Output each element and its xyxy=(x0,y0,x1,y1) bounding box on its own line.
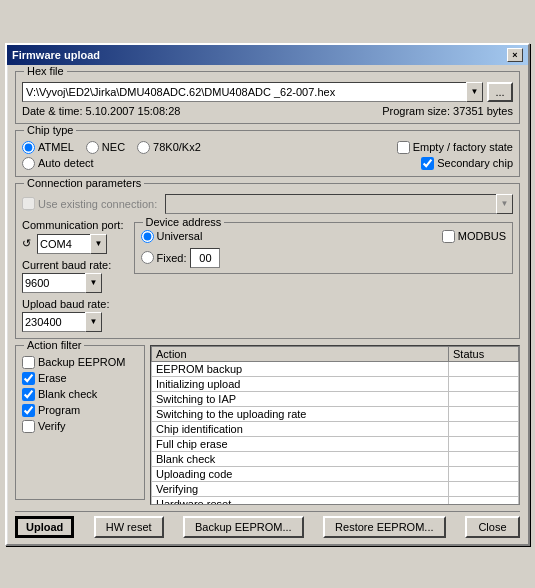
titlebar: Firmware upload × xyxy=(7,45,528,65)
chip-empty-factory-option[interactable]: Empty / factory state xyxy=(397,141,513,154)
chip-secondary-option[interactable]: Secondary chip xyxy=(421,157,513,170)
current-baud-label: Current baud rate: xyxy=(22,259,111,271)
table-row: Switching to the uploading rate xyxy=(152,406,519,421)
filter-item-4[interactable]: Verify xyxy=(22,420,138,433)
comm-port-arrow[interactable]: ▼ xyxy=(90,234,107,254)
hex-size-label: Program size: 37351 bytes xyxy=(382,105,513,117)
table-row: Verifying xyxy=(152,481,519,496)
upload-button[interactable]: Upload xyxy=(15,516,74,538)
close-button[interactable]: Close xyxy=(465,516,520,538)
comm-port-label: Communication port: xyxy=(22,219,124,231)
main-window: Firmware upload × Hex file ▼ ... Date & … xyxy=(5,43,530,546)
use-existing-input xyxy=(165,194,513,214)
modbus-option[interactable]: MODBUS xyxy=(442,230,506,243)
table-row: Switching to IAP xyxy=(152,391,519,406)
use-existing-option: Use existing connection: xyxy=(22,197,157,210)
chip-78k0-option[interactable]: 78K0/Kx2 xyxy=(137,141,201,154)
window-title: Firmware upload xyxy=(12,49,100,61)
current-baud-arrow[interactable]: ▼ xyxy=(85,273,102,293)
upload-baud-label: Upload baud rate: xyxy=(22,298,109,310)
table-row: Hardware reset xyxy=(152,496,519,505)
device-address-group: Device address Universal MODBUS Fixed: xyxy=(134,222,514,274)
chip-type-group: Chip type ATMEL NEC 78K0/Kx2 Empty / fac… xyxy=(15,130,520,177)
filter-item-1[interactable]: Erase xyxy=(22,372,138,385)
hex-file-group: Hex file ▼ ... Date & time: 5.10.2007 15… xyxy=(15,71,520,124)
filter-item-0[interactable]: Backup EEPROM xyxy=(22,356,138,369)
table-row: EEPROM backup xyxy=(152,361,519,376)
chip-nec-option[interactable]: NEC xyxy=(86,141,125,154)
fixed-option[interactable]: Fixed: xyxy=(141,251,187,264)
filter-item-3[interactable]: Program xyxy=(22,404,138,417)
filter-item-2[interactable]: Blank check xyxy=(22,388,138,401)
fixed-address-input[interactable] xyxy=(190,248,220,268)
device-address-label: Device address xyxy=(143,216,225,228)
upload-baud-arrow[interactable]: ▼ xyxy=(85,312,102,332)
action-col-header: Action xyxy=(152,346,449,361)
connection-params-label: Connection parameters xyxy=(24,177,144,189)
use-existing-arrow: ▼ xyxy=(496,194,513,214)
refresh-icon[interactable]: ↺ xyxy=(22,237,31,250)
action-filter-label: Action filter xyxy=(24,339,84,351)
table-row: Uploading code xyxy=(152,466,519,481)
table-row: Chip identification xyxy=(152,421,519,436)
hex-file-label: Hex file xyxy=(24,65,67,77)
table-row: Blank check xyxy=(152,451,519,466)
chip-atmel-option[interactable]: ATMEL xyxy=(22,141,74,154)
connection-params-group: Connection parameters Use existing conne… xyxy=(15,183,520,339)
action-filter-group: Action filter Backup EEPROMEraseBlank ch… xyxy=(15,345,145,500)
chip-auto-detect-option[interactable]: Auto detect xyxy=(22,157,94,170)
close-icon[interactable]: × xyxy=(507,48,523,62)
chip-type-label: Chip type xyxy=(24,124,76,136)
hex-path-input[interactable] xyxy=(22,82,483,102)
hex-date-label: Date & time: 5.10.2007 15:08:28 xyxy=(22,105,180,117)
hw-reset-button[interactable]: HW reset xyxy=(94,516,164,538)
table-row: Full chip erase xyxy=(152,436,519,451)
universal-option[interactable]: Universal xyxy=(141,230,203,243)
backup-eeprom-button[interactable]: Backup EEPROM... xyxy=(183,516,304,538)
hex-dropdown-arrow[interactable]: ▼ xyxy=(466,82,483,102)
status-col-header: Status xyxy=(449,346,519,361)
action-table-container: Action Status EEPROM backupInitializing … xyxy=(150,345,520,505)
restore-eeprom-button[interactable]: Restore EEPROM... xyxy=(323,516,445,538)
hex-browse-button[interactable]: ... xyxy=(487,82,513,102)
table-row: Initializing upload xyxy=(152,376,519,391)
